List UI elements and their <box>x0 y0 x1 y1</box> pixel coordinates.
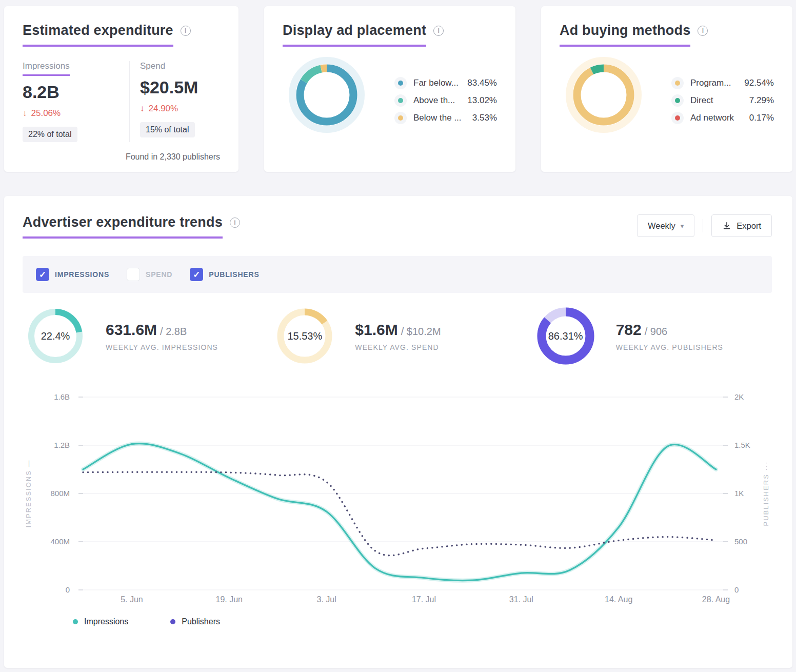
svg-text:2K: 2K <box>734 392 744 401</box>
svg-text:0: 0 <box>734 585 739 594</box>
legend-value: 83.45% <box>467 78 497 88</box>
chevron-down-icon: ▾ <box>681 222 684 230</box>
export-button-label: Export <box>737 221 761 231</box>
legend-label: Program... <box>690 78 731 88</box>
info-icon[interactable]: i <box>698 26 708 36</box>
impressions-checkbox-label: IMPRESSIONS <box>55 270 109 279</box>
svg-text:PUBLISHERS ···: PUBLISHERS ··· <box>762 461 770 526</box>
series-toggle-strip: ✓ IMPRESSIONS SPEND ✓ PUBLISHERS <box>23 256 772 293</box>
legend-label: Below the ... <box>413 113 462 123</box>
impressions-checkbox[interactable]: ✓ <box>36 268 49 281</box>
spend-stat-caption: WEEKLY AVG. SPEND <box>355 343 441 351</box>
down-arrow-icon: ↓ <box>23 108 27 118</box>
spend-share-badge: 15% of total <box>140 122 195 137</box>
legend-value: 0.17% <box>749 113 774 123</box>
spend-ring-percent: 15.53% <box>276 307 333 365</box>
spend-checkbox[interactable] <box>127 268 140 281</box>
expenditure-trend-line-chart[interactable]: 1.6B2K1.2B1.5K800M1K400M500005. Jun19. J… <box>4 378 792 609</box>
controls-divider <box>703 219 703 232</box>
ad-placement-donut-chart[interactable] <box>286 54 368 136</box>
legend-label: Impressions <box>84 617 128 626</box>
svg-text:19. Jun: 19. Jun <box>216 595 243 604</box>
stat-value: $1.6M <box>355 321 397 338</box>
legend-dot-halo <box>671 94 684 107</box>
weekly-avg-publishers-stat: 86.31% 782/ 906 WEEKLY AVG. PUBLISHERS <box>511 307 772 365</box>
display-ad-placement-title: Display ad placement <box>283 23 426 47</box>
legend-dot <box>170 619 175 624</box>
down-arrow-icon: ↓ <box>140 104 145 114</box>
stat-total: / 906 <box>645 326 667 337</box>
info-icon[interactable]: i <box>433 26 444 36</box>
export-button[interactable]: Export <box>711 214 772 237</box>
legend-dot-halo <box>671 112 684 124</box>
legend-value: 13.02% <box>467 95 497 106</box>
legend-item-publishers[interactable]: Publishers <box>170 617 220 626</box>
svg-text:1K: 1K <box>734 489 744 498</box>
impressions-metric-value: 8.2B <box>23 82 129 102</box>
svg-text:1.5K: 1.5K <box>734 441 750 449</box>
legend-dot-halo <box>394 112 407 124</box>
svg-text:400M: 400M <box>50 537 70 546</box>
display-ad-placement-card: Display ad placement i Far below... 83.4… <box>264 6 515 172</box>
stat-total: / 2.8B <box>160 326 187 337</box>
spend-stat-value: $1.6M/ $10.2M <box>355 321 441 339</box>
ad-buying-donut-chart[interactable] <box>563 54 645 136</box>
legend-dot <box>675 115 680 121</box>
trend-chart-legend: Impressions Publishers <box>23 617 772 626</box>
legend-row-below-the[interactable]: Below the ... 3.53% <box>394 109 497 127</box>
legend-value: 92.54% <box>744 78 774 88</box>
svg-text:500: 500 <box>734 537 747 546</box>
impressions-progress-ring: 22.4% <box>27 307 84 365</box>
spend-delta: ↓ 24.90% <box>140 104 198 114</box>
estimated-expenditure-card: Estimated expenditure i Impressions 8.2B… <box>4 6 238 172</box>
impressions-checkbox-group[interactable]: ✓ IMPRESSIONS <box>36 268 109 281</box>
legend-row-programmatic[interactable]: Program... 92.54% <box>671 74 774 92</box>
spend-metric-value: $20.5M <box>140 77 198 97</box>
weekly-average-stats-row: 22.4% 631.6M/ 2.8B WEEKLY AVG. IMPRESSIO… <box>23 307 772 365</box>
ad-buying-methods-card: Ad buying methods i Program... 92.54% Di… <box>541 6 792 172</box>
ad-placement-legend: Far below... 83.45% Above th... 13.02% B… <box>394 74 497 127</box>
impressions-stat-caption: WEEKLY AVG. IMPRESSIONS <box>106 343 218 351</box>
publishers-checkbox-group[interactable]: ✓ PUBLISHERS <box>190 268 259 281</box>
publishers-stat-caption: WEEKLY AVG. PUBLISHERS <box>616 343 723 351</box>
svg-text:800M: 800M <box>50 489 70 498</box>
impressions-delta: ↓ 25.06% <box>23 108 129 118</box>
legend-item-impressions[interactable]: Impressions <box>73 617 128 626</box>
legend-dot <box>398 98 403 103</box>
spend-metric-column: Spend $20.5M ↓ 24.90% 15% of total <box>130 61 198 142</box>
publishers-stat-value: 782/ 906 <box>616 321 723 339</box>
export-icon <box>722 221 731 230</box>
period-dropdown[interactable]: Weekly ▾ <box>637 214 694 237</box>
legend-row-above-the[interactable]: Above th... 13.02% <box>394 92 497 109</box>
trends-title: Advertiser expenditure trends <box>23 214 223 239</box>
summary-cards-row: Estimated expenditure i Impressions 8.2B… <box>4 6 792 172</box>
weekly-avg-impressions-stat: 22.4% 631.6M/ 2.8B WEEKLY AVG. IMPRESSIO… <box>23 307 262 365</box>
legend-dot-halo <box>394 94 407 107</box>
svg-text:IMPRESSIONS —: IMPRESSIONS — <box>25 460 32 528</box>
impressions-metric-label[interactable]: Impressions <box>23 61 70 76</box>
impressions-metric-column: Impressions 8.2B ↓ 25.06% 22% of total <box>23 61 129 142</box>
legend-row-far-below[interactable]: Far below... 83.45% <box>394 74 497 92</box>
svg-text:1.6B: 1.6B <box>54 392 70 401</box>
info-icon[interactable]: i <box>181 26 191 36</box>
svg-text:28. Aug: 28. Aug <box>702 595 730 604</box>
spend-progress-ring: 15.53% <box>276 307 333 365</box>
publishers-checkbox[interactable]: ✓ <box>190 268 203 281</box>
spend-checkbox-group[interactable]: SPEND <box>127 268 172 281</box>
legend-row-ad-network[interactable]: Ad network 0.17% <box>671 109 774 127</box>
legend-row-direct[interactable]: Direct 7.29% <box>671 92 774 109</box>
legend-dot <box>398 81 403 86</box>
impressions-delta-value: 25.06% <box>31 108 61 118</box>
publishers-found-note: Found in 2,330 publishers <box>126 152 220 162</box>
spend-metric-label[interactable]: Spend <box>140 61 165 71</box>
legend-dot-halo <box>394 77 407 89</box>
info-icon[interactable]: i <box>230 218 240 228</box>
ad-buying-legend: Program... 92.54% Direct 7.29% Ad networ… <box>671 74 774 127</box>
legend-value: 3.53% <box>472 113 497 123</box>
svg-text:31. Jul: 31. Jul <box>509 595 533 604</box>
svg-text:0: 0 <box>66 585 70 594</box>
svg-text:14. Aug: 14. Aug <box>605 595 632 604</box>
legend-label: Ad network <box>690 113 734 123</box>
legend-label: Direct <box>690 95 713 106</box>
legend-value: 7.29% <box>749 95 774 106</box>
